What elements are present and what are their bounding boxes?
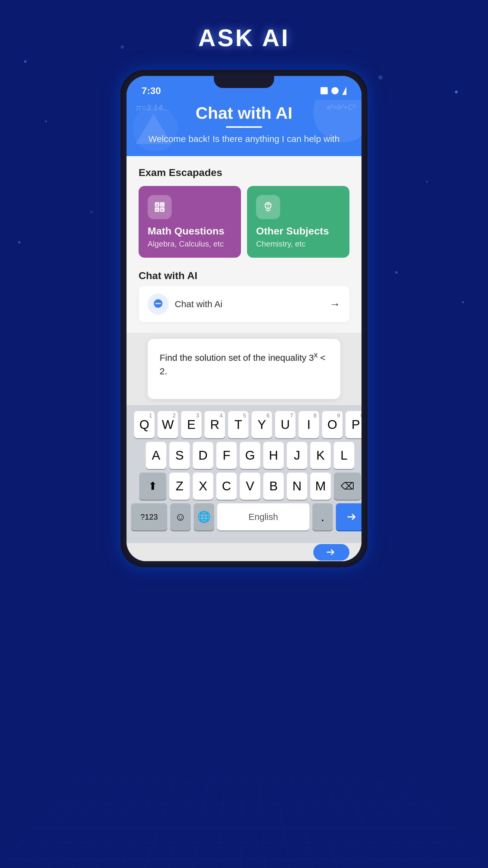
cards-row: + - ÷ = Math Questions Algebra, Calculus…: [138, 186, 350, 258]
key-period[interactable]: .: [313, 503, 333, 530]
status-time: 7:30: [141, 85, 161, 96]
other-card-sublabel: Chemistry, etc: [256, 239, 340, 249]
key-space[interactable]: English: [217, 503, 310, 530]
svg-text:-: -: [161, 203, 162, 207]
keyboard-row-2: A S D F G H J K L: [131, 442, 361, 469]
key-globe[interactable]: 🌐: [194, 503, 214, 530]
status-icon-square: [321, 87, 328, 94]
floating-send-button[interactable]: [313, 544, 350, 561]
key-w[interactable]: 2 W: [158, 411, 178, 438]
chat-row-left: Chat with Ai: [148, 293, 222, 315]
key-q[interactable]: 1 Q: [134, 411, 155, 438]
key-backspace[interactable]: ⌫: [334, 472, 361, 500]
key-u[interactable]: 7 U: [275, 411, 295, 438]
key-i-number: 8: [314, 412, 317, 419]
key-numbers[interactable]: ?123: [131, 503, 167, 530]
key-space-label: English: [249, 512, 278, 522]
key-p-number: 0: [361, 412, 361, 419]
key-shift[interactable]: ⬆: [139, 472, 166, 500]
key-q-number: 1: [149, 412, 152, 419]
key-f[interactable]: F: [216, 442, 237, 469]
key-b[interactable]: B: [263, 472, 284, 500]
key-p[interactable]: 0 P: [346, 411, 361, 438]
phone-notch: [214, 76, 274, 88]
key-y[interactable]: 6 Y: [252, 411, 272, 438]
svg-text:÷: ÷: [156, 208, 158, 212]
content-area: Exam Escapades + - ÷: [127, 156, 361, 333]
svg-text:=: =: [161, 208, 163, 212]
math-card-icon: + - ÷ =: [148, 195, 172, 219]
key-t[interactable]: 5 T: [228, 411, 249, 438]
status-icon-circle: [331, 87, 338, 94]
title-underline: [226, 126, 262, 128]
key-e-number: 3: [196, 412, 199, 419]
input-area[interactable]: Find the solution set of the inequality …: [148, 339, 340, 399]
key-j[interactable]: J: [287, 442, 307, 469]
other-card-label: Other Subjects: [256, 225, 340, 237]
other-card-icon: [256, 195, 280, 219]
key-r-number: 4: [220, 412, 223, 419]
key-enter[interactable]: [336, 503, 361, 530]
background-grid: [0, 775, 488, 868]
exam-section-title: Exam Escapades: [138, 167, 350, 179]
key-numbers-label: ?123: [140, 513, 158, 522]
key-m[interactable]: M: [310, 472, 331, 500]
other-card[interactable]: Other Subjects Chemistry, etc: [247, 186, 350, 258]
keyboard: 1 Q 2 W 3 E 4 R: [127, 405, 361, 543]
key-s[interactable]: S: [169, 442, 190, 469]
math-card-sublabel: Algebra, Calculus, etc: [148, 239, 232, 249]
key-u-number: 7: [290, 412, 293, 419]
math-card-label: Math Questions: [148, 225, 232, 237]
key-y-number: 6: [267, 412, 270, 419]
key-l[interactable]: L: [334, 442, 354, 469]
key-h[interactable]: H: [263, 442, 284, 469]
key-d[interactable]: D: [193, 442, 213, 469]
header-title: Chat with AI: [138, 103, 350, 123]
welcome-text: Welcome back! Is there anything I can he…: [138, 134, 350, 144]
chat-row[interactable]: Chat with Ai →: [138, 286, 350, 322]
status-icon-signal: [342, 87, 347, 95]
key-o-number: 9: [337, 412, 340, 419]
app-header: π=3.14... a²=b²+C² Chat with AI Welcome …: [127, 100, 361, 156]
key-e[interactable]: 3 E: [181, 411, 201, 438]
key-t-number: 5: [243, 412, 246, 419]
chat-bubble-icon: [148, 293, 169, 315]
key-o[interactable]: 9 O: [322, 411, 343, 438]
key-k[interactable]: K: [310, 442, 331, 469]
chat-row-arrow: →: [330, 298, 340, 310]
svg-point-12: [158, 303, 159, 304]
math-card[interactable]: + - ÷ = Math Questions Algebra, Calculus…: [138, 186, 241, 258]
keyboard-row-3: ⬆ Z X C V B N M ⌫: [131, 472, 361, 500]
chat-section-title: Chat with AI: [138, 270, 350, 281]
keyboard-row-4: ?123 ☺ 🌐 English .: [131, 503, 361, 530]
svg-text:+: +: [156, 203, 158, 207]
key-a[interactable]: A: [146, 442, 166, 469]
keyboard-row-1: 1 Q 2 W 3 E 4 R: [131, 411, 361, 438]
key-n[interactable]: N: [287, 472, 307, 500]
key-w-number: 2: [173, 412, 175, 419]
key-r[interactable]: 4 R: [204, 411, 225, 438]
app-title: ASK AI: [198, 24, 290, 52]
phone-frame: 7:30 π=3.14... a²=b²+C² Chat with AI: [121, 70, 367, 567]
key-c[interactable]: C: [216, 472, 237, 500]
key-v[interactable]: V: [240, 472, 260, 500]
key-i[interactable]: 8 I: [298, 411, 319, 438]
key-emoji[interactable]: ☺: [170, 503, 191, 530]
chat-row-label: Chat with Ai: [175, 299, 222, 309]
svg-point-13: [159, 303, 161, 304]
key-z[interactable]: Z: [169, 472, 190, 500]
phone-inner: 7:30 π=3.14... a²=b²+C² Chat with AI: [127, 76, 361, 561]
status-icons: [321, 87, 347, 95]
key-x[interactable]: X: [193, 472, 213, 500]
phone-outer: 7:30 π=3.14... a²=b²+C² Chat with AI: [121, 70, 367, 567]
input-text: Find the solution set of the inequality …: [160, 349, 328, 378]
key-g[interactable]: G: [240, 442, 260, 469]
svg-point-11: [156, 303, 157, 304]
